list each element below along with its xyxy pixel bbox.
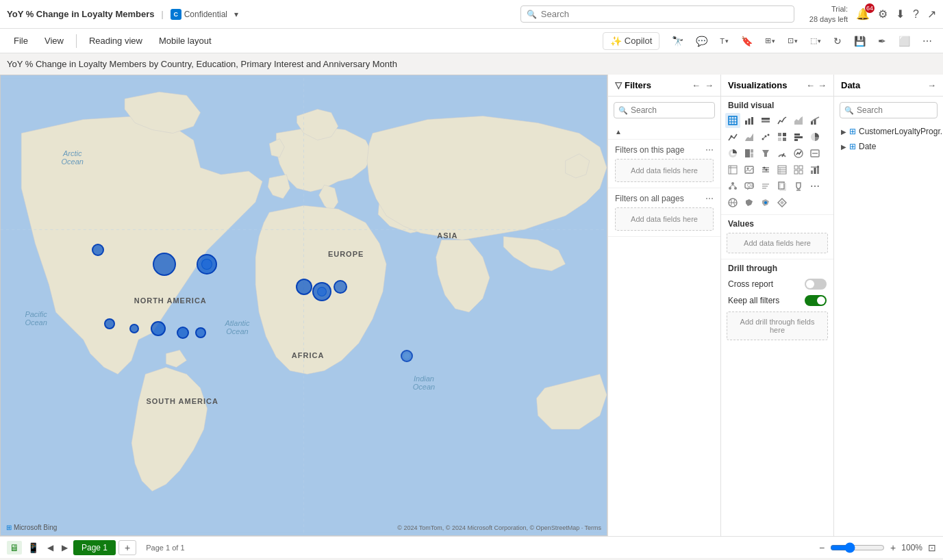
help-icon[interactable]: ? (913, 8, 919, 21)
download-icon[interactable]: ⬇ (896, 8, 905, 21)
zoom-slider[interactable] (830, 542, 885, 553)
viz-type-azure-map[interactable] (758, 195, 773, 210)
bubble-10[interactable] (312, 282, 331, 301)
cross-report-toggle[interactable] (805, 279, 827, 290)
viz-type-line2[interactable] (725, 129, 740, 144)
bubble-9[interactable] (296, 279, 312, 295)
nav-icon-group3[interactable]: ⬚▾ (806, 34, 825, 48)
viz-type-area2[interactable] (742, 129, 757, 144)
all-pages-dots[interactable]: ⋯ (705, 194, 714, 203)
share-icon[interactable]: ↗ (927, 8, 936, 21)
data-expand-icon[interactable]: → (927, 80, 936, 90)
viz-type-table2[interactable] (775, 162, 790, 177)
viz-type-funnel[interactable] (758, 146, 773, 161)
refresh-icon[interactable]: ↻ (829, 33, 846, 49)
viz-type-combo[interactable] (807, 113, 822, 128)
fit-page-icon[interactable]: ⊡ (928, 542, 936, 553)
viz-type-smart-narrative[interactable] (758, 179, 773, 194)
viz-type-area[interactable] (791, 113, 806, 128)
data-search-input[interactable] (857, 105, 933, 115)
page-tab[interactable]: Page 1 (73, 540, 116, 555)
viz-type-heatmap[interactable] (775, 129, 790, 144)
keep-filters-toggle[interactable] (805, 295, 827, 306)
filter-back-icon[interactable]: ← (692, 80, 701, 90)
search-bar[interactable]: 🔍 (520, 5, 794, 23)
bubble-2[interactable] (153, 253, 176, 276)
viz-type-donut[interactable] (725, 146, 740, 161)
data-tree-item-1[interactable]: ▶ ⊞ CustomerLoyaltyProgr... (834, 124, 943, 139)
viz-type-gauge[interactable] (775, 146, 790, 161)
viz-type-more[interactable]: ⋯ (807, 179, 822, 194)
viz-type-paginated[interactable] (775, 179, 790, 194)
filters-collapse[interactable]: ▲ (608, 124, 720, 140)
add-page-btn[interactable]: + (118, 540, 136, 555)
viz-type-table[interactable] (725, 113, 740, 128)
filters-all-pages-add[interactable]: Add data fields here (615, 207, 714, 231)
bubble-6[interactable] (151, 321, 166, 336)
mobile-icon[interactable]: 📱 (25, 541, 42, 555)
viz-type-bar2[interactable] (791, 129, 806, 144)
filter-search-input[interactable] (631, 105, 710, 115)
page-prev-btn[interactable]: ◀ (45, 542, 56, 554)
data-tree-item-2[interactable]: ▶ ⊞ Date (834, 139, 943, 154)
nav-icon-group2[interactable]: ⊡▾ (783, 34, 802, 48)
mobile-layout-btn[interactable]: Mobile layout (152, 33, 218, 49)
save-icon[interactable]: 💾 (850, 33, 870, 49)
viz-expand-left-icon[interactable]: ← (806, 80, 815, 90)
viz-type-bar-chart[interactable] (742, 113, 757, 128)
filters-this-page-add[interactable]: Add data fields here (615, 159, 714, 182)
viz-type-scatter[interactable] (758, 129, 773, 144)
bookmark-icon[interactable]: 🔖 (737, 33, 757, 49)
dropdown-arrow[interactable]: ▾ (234, 10, 238, 19)
viz-type-trophy[interactable] (791, 179, 806, 194)
viz-type-diamond[interactable] (775, 195, 790, 210)
viz-type-qna[interactable]: Q&A (742, 179, 757, 194)
viz-type-ranking[interactable] (807, 162, 822, 177)
text-group-icon[interactable]: T▾ (716, 34, 733, 48)
bubble-11[interactable] (334, 280, 347, 294)
viz-type-matrix[interactable] (725, 162, 740, 177)
data-search-box[interactable]: 🔍 (840, 102, 938, 118)
viz-type-stacked-bar[interactable] (758, 113, 773, 128)
viz-type-grid2[interactable] (791, 162, 806, 177)
viz-type-map[interactable] (725, 195, 740, 210)
viz-type-line[interactable] (775, 113, 790, 128)
viz-type-pie[interactable] (807, 129, 822, 144)
viz-type-image[interactable] (742, 162, 757, 177)
search-input[interactable] (541, 9, 788, 19)
viz-type-card[interactable] (807, 146, 822, 161)
view-menu[interactable]: View (38, 33, 71, 49)
page-next-btn[interactable]: ▶ (59, 542, 71, 554)
bubble-7[interactable] (177, 327, 189, 339)
drill-add-area[interactable]: Add drill through fields here (727, 311, 828, 340)
desktop-icon[interactable]: 🖥 (7, 541, 22, 555)
bubble-12[interactable] (401, 350, 413, 362)
format-icon[interactable]: ✒ (874, 33, 890, 49)
viz-type-treemap[interactable] (742, 146, 757, 161)
viz-type-slicer[interactable] (758, 162, 773, 177)
bubble-3[interactable] (197, 254, 217, 275)
map-area[interactable]: NORTH AMERICA SOUTH AMERICA EUROPE ASIA … (0, 75, 607, 536)
settings-icon[interactable]: ⚙ (878, 8, 888, 21)
file-menu[interactable]: File (7, 33, 35, 49)
reading-view-btn[interactable]: Reading view (82, 33, 149, 49)
bubble-1[interactable] (92, 244, 104, 256)
binoculars-icon[interactable]: 🔭 (668, 33, 688, 49)
comment-icon[interactable]: 💬 (692, 33, 712, 49)
more-icon[interactable]: ⬜ (894, 33, 914, 49)
notification-icon[interactable]: 🔔 64 (856, 8, 870, 21)
zoom-minus-icon[interactable]: − (819, 542, 825, 553)
viz-type-filled-map[interactable] (742, 195, 757, 210)
filters-search-box[interactable]: 🔍 (614, 102, 715, 118)
zoom-plus-icon[interactable]: + (890, 542, 896, 553)
ellipsis-icon[interactable]: ⋯ (918, 33, 936, 49)
viz-type-decomp[interactable] (725, 179, 740, 194)
filter-forward-icon[interactable]: → (705, 80, 714, 90)
viz-expand-right-icon[interactable]: → (818, 80, 827, 90)
this-page-dots[interactable]: ⋯ (705, 145, 714, 155)
viz-type-kpi[interactable] (791, 146, 806, 161)
nav-icon-group1[interactable]: ⊞▾ (761, 34, 779, 48)
values-add-area[interactable]: Add data fields here (727, 233, 828, 253)
bubble-5[interactable] (129, 324, 139, 333)
copilot-btn[interactable]: ✨ Copilot (603, 32, 659, 50)
